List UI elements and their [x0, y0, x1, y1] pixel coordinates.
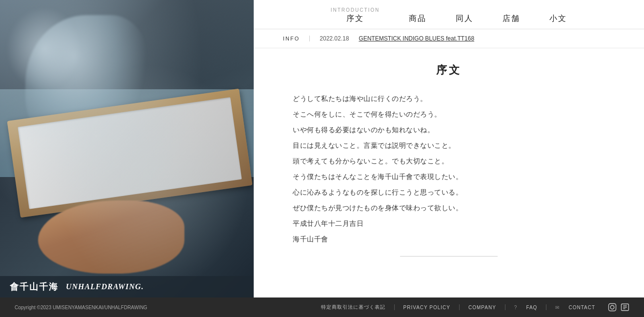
content-paragraph-2: いや何も得る必要はないのかも知れないね。 — [293, 123, 605, 137]
content-area: 序文 どうして私たちは海や山に行くのだろう。そこへ何をしに、そこで何を得たいのだ… — [254, 48, 644, 297]
copyright: Copyright ©2023 UMISENYAMASENKAI/UNHALFD… — [15, 305, 147, 310]
brand-bar: 會千山千海 UNHALFDRAWING. — [0, 276, 254, 297]
nav-people[interactable]: PEOPLE 同人 — [456, 13, 473, 24]
content-paragraph-6: 心に沁みるようなものを探しに行こうと思っている。 — [293, 186, 605, 199]
nav-introduction-top: INTRODUCTION — [331, 7, 380, 13]
info-article-link[interactable]: GENTEMSTICK INDIGO BLUES feat.TT168 — [359, 35, 474, 42]
nav-blog-bottom: 小文 — [549, 14, 567, 24]
footer-divider-3 — [505, 304, 505, 310]
content-paragraph-0: どうして私たちは海や山に行くのだろう。 — [293, 92, 605, 106]
nav-shop-bottom: 店舗 — [503, 14, 520, 24]
content-paragraph-8: 平成廿八年十二月吉日 — [293, 217, 605, 231]
image-overlay — [0, 0, 254, 297]
instagram-icon[interactable] — [608, 303, 617, 312]
blog-icon[interactable] — [621, 303, 629, 312]
footer-tokutei[interactable]: 特定商取引法に基づく表記 — [321, 304, 385, 311]
footer-divider-2 — [459, 304, 460, 310]
main-nav: INTRODUCTION 序文 PRODUCTS 商品 PEOPLE 同人 SH… — [254, 0, 644, 29]
nav-blog[interactable]: BLOG 小文 — [549, 13, 567, 24]
nav-introduction[interactable]: INTRODUCTION 序文 — [331, 7, 380, 24]
footer-privacy[interactable]: PRIVACY POLICY — [403, 305, 450, 310]
nav-introduction-bottom: 序文 — [346, 14, 364, 24]
svg-point-2 — [614, 305, 615, 306]
nav-shop[interactable]: SHOP 店舗 — [503, 13, 520, 24]
content-divider — [400, 256, 498, 257]
content-paragraph-5: そう僕たちはそんなことを海千山千會で表現したい。 — [293, 170, 605, 184]
footer-contact[interactable]: CONTACT — [568, 305, 595, 310]
svg-point-1 — [610, 305, 614, 309]
svg-rect-0 — [609, 304, 616, 311]
brand-english: UNHALFDRAWING. — [66, 282, 144, 291]
content-paragraph-4: 頭で考えても分からないこと。でも大切なこと。 — [293, 155, 605, 168]
footer-social-icons — [608, 303, 629, 312]
nav-products-bottom: 商品 — [409, 14, 426, 24]
right-panel: INTRODUCTION 序文 PRODUCTS 商品 PEOPLE 同人 SH… — [254, 0, 644, 297]
info-date: 2022.02.18 — [320, 35, 349, 42]
footer-faq[interactable]: FAQ — [526, 305, 537, 310]
footer-faq-icon: ? — [514, 305, 518, 310]
footer: Copyright ©2023 UMISENYAMASENKAI/UNHALFD… — [0, 297, 644, 317]
content-paragraph-1: そこへ何をしに、そこで何を得たいのだろう。 — [293, 108, 605, 121]
nav-products[interactable]: PRODUCTS 商品 — [409, 13, 426, 24]
hero-image-panel: 會千山千海 UNHALFDRAWING. — [0, 0, 254, 297]
content-body: どうして私たちは海や山に行くのだろう。そこへ何をしに、そこで何を得たいのだろう。… — [293, 92, 605, 246]
footer-divider-1 — [394, 304, 395, 310]
footer-company[interactable]: COMPANY — [468, 305, 496, 310]
footer-links: 特定商取引法に基づく表記 PRIVACY POLICY COMPANY ? FA… — [321, 303, 629, 312]
content-title: 序文 — [293, 63, 605, 78]
footer-divider-4 — [546, 304, 546, 310]
content-paragraph-9: 海千山千會 — [293, 233, 605, 246]
info-label: INFO — [283, 36, 310, 41]
footer-contact-icon: ✉ — [555, 305, 560, 310]
info-bar: INFO 2022.02.18 GENTEMSTICK INDIGO BLUES… — [254, 29, 644, 48]
content-paragraph-7: ぜひ僕たちが見つけたものを身体で味わって欲しい。 — [293, 201, 605, 215]
content-paragraph-3: 目には見えないこと。言葉では説明できないこと。 — [293, 139, 605, 153]
nav-people-bottom: 同人 — [456, 14, 473, 24]
brand-japanese: 會千山千海 — [10, 281, 59, 293]
